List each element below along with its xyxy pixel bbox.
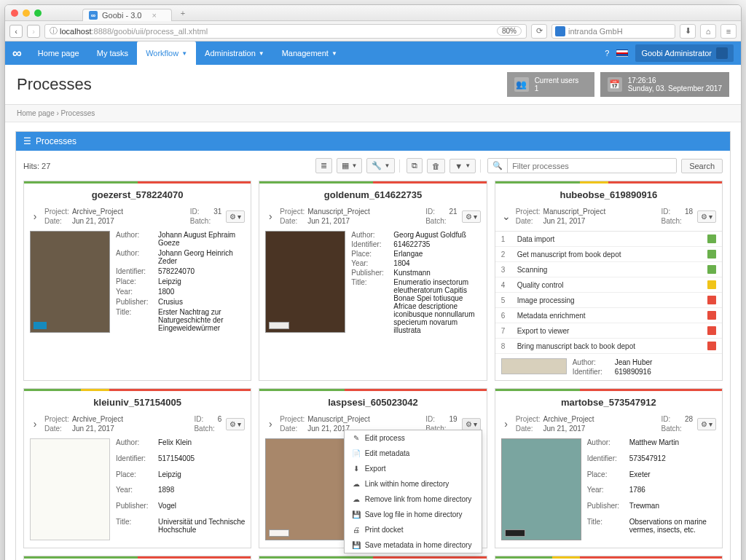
menu-save-log[interactable]: 💾Save log file in home directory xyxy=(345,507,482,522)
filter-button[interactable]: ▼ ▼ xyxy=(449,159,476,173)
info-icon: ⓘ xyxy=(50,25,58,36)
filter-input[interactable] xyxy=(508,159,676,173)
step-row[interactable]: 8Bring manuscript back to book depot xyxy=(495,339,722,354)
hits-count: Hits: 27 xyxy=(23,162,50,170)
menu-edit-process[interactable]: ✎Edit process xyxy=(345,430,482,446)
gear-icon: ⚙ xyxy=(229,420,236,428)
menu-save-metadata[interactable]: 💾Save metadata in home directory xyxy=(345,537,482,553)
thumbnail[interactable] xyxy=(265,231,345,333)
thumbnail[interactable] xyxy=(265,438,345,540)
back-button[interactable]: ‹ xyxy=(9,25,23,38)
menu-edit-metadata[interactable]: 📄Edit metadata xyxy=(345,446,482,461)
menu-link-home[interactable]: ☁Link within home directory xyxy=(345,476,482,492)
minimize-dot[interactable] xyxy=(23,9,30,17)
card-actions-button[interactable]: ⚙▾ xyxy=(462,210,481,223)
reload-button[interactable]: ⟳ xyxy=(531,24,547,39)
card-actions-menu: ✎Edit process 📄Edit metadata ⬇Export ☁Li… xyxy=(344,430,482,553)
copy-button[interactable]: ⧉ xyxy=(407,158,423,173)
nav-user[interactable]: Goobi Administrator xyxy=(635,44,734,62)
card-title: kleiuniv_517154005 xyxy=(24,391,251,412)
metadata: Author:Matthew Martin Identifier:5735479… xyxy=(587,438,716,540)
view-grid-button[interactable]: ▦ ▼ xyxy=(337,158,362,173)
users-icon: 👥 xyxy=(514,77,529,92)
toolbar: Hits: 27 ≣ ▦ ▼ 🔧 ▼ ⧉ 🗑 ▼ ▼ 🔍 Search xyxy=(23,158,723,173)
step-row[interactable]: 3Scanning xyxy=(495,262,722,277)
progress-stripe xyxy=(495,181,722,184)
cloud-icon: ☁ xyxy=(352,480,361,488)
app-navbar: ∞ Home page My tasks Workflow▼ Administr… xyxy=(5,42,741,65)
step-row[interactable]: 4Quality control xyxy=(495,277,722,293)
nav-mgmt[interactable]: Management▼ xyxy=(273,42,346,65)
nav-tasks[interactable]: My tasks xyxy=(88,42,137,65)
thumbnail[interactable] xyxy=(501,358,567,374)
zoom-dot[interactable] xyxy=(34,9,42,17)
menu-export[interactable]: ⬇Export xyxy=(345,461,482,476)
card-actions-button[interactable]: ⚙▾ xyxy=(697,418,716,430)
breadcrumb-current: Processes xyxy=(61,109,95,117)
card-actions-button[interactable]: ⚙▾ xyxy=(697,210,716,223)
thumbnail[interactable] xyxy=(501,438,581,540)
menu-icon[interactable]: ≡ xyxy=(721,24,737,39)
new-tab-button[interactable]: + xyxy=(181,9,185,17)
expand-button[interactable]: › xyxy=(501,418,511,430)
close-dot[interactable] xyxy=(11,9,18,17)
delete-button[interactable]: 🗑 xyxy=(427,159,445,173)
thumbnail[interactable] xyxy=(30,438,110,540)
browser-tab[interactable]: ∞ Goobi - 3.0 × xyxy=(82,9,172,21)
search-button[interactable]: Search xyxy=(681,159,723,173)
nav-home[interactable]: Home page xyxy=(29,42,88,65)
header-date: Sunday, 03. September 2017 xyxy=(628,84,722,92)
process-card: laspsesi_605023042 › Project:Date: Manus… xyxy=(259,388,487,548)
gear-icon: ⚙ xyxy=(466,420,472,428)
progress-stripe xyxy=(24,389,251,391)
forward-button[interactable]: › xyxy=(27,25,40,38)
card-title: hubeobse_619890916 xyxy=(495,184,722,205)
caret-down-icon: ▼ xyxy=(331,50,337,57)
card-actions-button[interactable]: ⚙▾ xyxy=(226,418,245,430)
header-time: 17:26:16 xyxy=(628,76,722,84)
process-card: kleiuniv_517154005 › Project:Date: Archi… xyxy=(23,388,251,548)
language-flag-icon[interactable] xyxy=(616,50,628,57)
zoom-badge[interactable]: 80% xyxy=(497,26,522,36)
menu-remove-link[interactable]: ☁Remove link from home directory xyxy=(345,492,482,507)
expand-button[interactable]: › xyxy=(30,418,40,430)
expand-button[interactable]: › xyxy=(30,210,40,222)
step-row[interactable]: 1Data import xyxy=(495,232,722,247)
nav-workflow[interactable]: Workflow▼ xyxy=(137,42,196,65)
step-row[interactable]: 6Metadata enrichment xyxy=(495,308,722,323)
step-row[interactable]: 7Export to viewer xyxy=(495,323,722,339)
process-card: goldenum_614622735 › Project:Date: Manus… xyxy=(259,181,487,381)
menu-print-docket[interactable]: 🖨Print docket xyxy=(345,522,482,537)
panel-header: ☰ Processes xyxy=(16,132,730,151)
gear-icon: ⚙ xyxy=(701,213,707,221)
card-actions-button[interactable]: ⚙▾ xyxy=(226,210,245,223)
card-actions-button[interactable]: ⚙▾ xyxy=(462,418,481,430)
nav-help[interactable]: ? xyxy=(605,49,609,58)
tab-close-icon[interactable]: × xyxy=(152,11,156,20)
nav-admin[interactable]: Administration▼ xyxy=(196,42,273,65)
card-title: laspsesi_605023042 xyxy=(259,391,486,412)
browser-search[interactable]: intranda GmbH xyxy=(551,24,675,39)
step-row[interactable]: 5Image processing xyxy=(495,293,722,308)
page-header: Processes 👥 Current users 1 📅 17:26:16 S… xyxy=(5,65,741,105)
caret-down-icon: ▼ xyxy=(259,50,264,57)
window-titlebar: ∞ Goobi - 3.0 × + xyxy=(5,5,741,21)
view-list-button[interactable]: ≣ xyxy=(315,158,332,173)
expand-button[interactable]: › xyxy=(265,418,275,430)
home-icon[interactable]: ⌂ xyxy=(700,24,716,39)
users-count: 1 xyxy=(535,84,579,92)
app-logo-icon[interactable]: ∞ xyxy=(12,46,20,61)
expand-button[interactable]: › xyxy=(265,210,275,222)
tools-button[interactable]: 🔧 ▼ xyxy=(366,158,395,173)
pencil-icon: ✎ xyxy=(352,434,361,442)
address-bar[interactable]: ⓘ localhost:8888/goobi/uii/process_all.x… xyxy=(44,24,527,39)
breadcrumb-home[interactable]: Home page xyxy=(17,109,55,117)
process-card: martobse_573547912 › Project:Date: Archi… xyxy=(495,388,723,548)
collapse-button[interactable]: ⌄ xyxy=(501,210,511,222)
processes-panel: ☰ Processes Hits: 27 ≣ ▦ ▼ 🔧 ▼ ⧉ 🗑 ▼ ▼ 🔍 xyxy=(15,131,731,560)
step-row[interactable]: 2Get manuscript from book depot xyxy=(495,247,722,262)
thumbnail[interactable] xyxy=(30,231,110,333)
avatar-icon xyxy=(716,47,728,59)
download-icon[interactable]: ⬇ xyxy=(680,24,696,39)
file-icon: 📄 xyxy=(352,449,361,457)
